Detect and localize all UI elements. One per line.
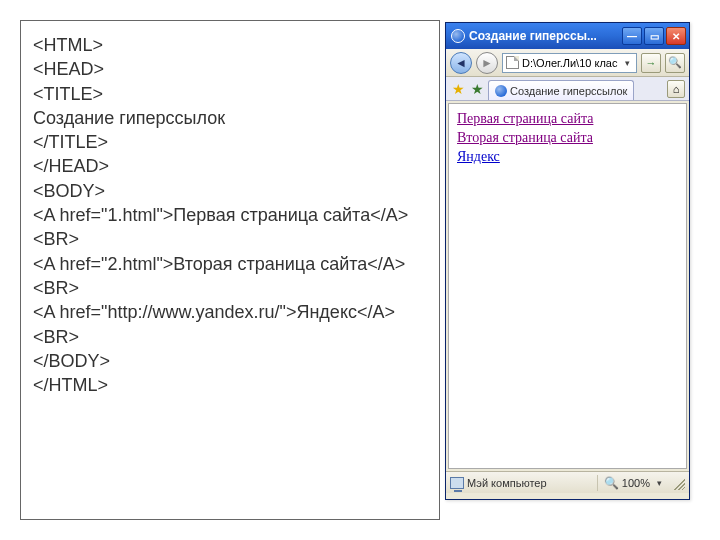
code-line: Создание гиперссылок — [33, 106, 427, 130]
slide-root: <HTML> <HEAD> <TITLE> Создание гиперссыл… — [0, 0, 720, 540]
search-button[interactable]: 🔍 — [665, 53, 685, 73]
window-title: Создание гиперссы... — [469, 29, 622, 43]
favorites-star-icon[interactable]: ★ — [450, 81, 466, 97]
window-titlebar[interactable]: Создание гиперссы... — ▭ ✕ — [446, 23, 689, 49]
home-button[interactable]: ⌂ — [667, 80, 685, 98]
add-favorite-icon[interactable]: ★ — [469, 81, 485, 97]
tab-bar: ★ ★ Создание гиперссылок ⌂ — [446, 77, 689, 101]
code-line: <TITLE> — [33, 82, 427, 106]
nav-forward-button[interactable]: ► — [476, 52, 498, 74]
nav-toolbar: ◄ ► D:\Олег.Ли\10 класс\ ▾ → 🔍 — [446, 49, 689, 77]
resize-grip[interactable] — [671, 476, 685, 490]
browser-window: Создание гиперссы... — ▭ ✕ ◄ ► D:\Олег.Л… — [445, 22, 690, 500]
zoom-icon: 🔍 — [604, 476, 619, 490]
code-line: <A href="http://www.yandex.ru/">Яндекс</… — [33, 300, 427, 349]
address-text: D:\Олег.Ли\10 класс\ — [522, 57, 618, 69]
code-line: <HTML> — [33, 33, 427, 57]
address-dropdown-icon[interactable]: ▾ — [621, 58, 633, 68]
my-computer-icon — [450, 477, 464, 489]
code-line: <HEAD> — [33, 57, 427, 81]
code-panel: <HTML> <HEAD> <TITLE> Создание гиперссыл… — [20, 20, 440, 520]
status-zone-text: Мэй компьютер — [467, 477, 547, 489]
nav-back-button[interactable]: ◄ — [450, 52, 472, 74]
page-content: Первая страница сайта Вторая страница са… — [448, 103, 687, 469]
zoom-value: 100% — [622, 477, 650, 489]
tab-ie-icon — [495, 85, 507, 97]
tab-label: Создание гиперссылок — [510, 85, 627, 97]
code-line: <BODY> — [33, 179, 427, 203]
close-button[interactable]: ✕ — [666, 27, 686, 45]
code-line: </BODY> — [33, 349, 427, 373]
page-link-2[interactable]: Вторая страница сайта — [457, 130, 593, 145]
code-line: </HTML> — [33, 373, 427, 397]
code-line: </TITLE> — [33, 130, 427, 154]
browser-tab[interactable]: Создание гиперссылок — [488, 80, 634, 100]
ie-app-icon — [451, 29, 465, 43]
code-line: </HEAD> — [33, 154, 427, 178]
code-line: <A href="2.html">Вторая страница сайта</… — [33, 252, 427, 301]
code-line: <A href="1.html">Первая страница сайта</… — [33, 203, 427, 252]
go-button[interactable]: → — [641, 53, 661, 73]
minimize-button[interactable]: — — [622, 27, 642, 45]
status-pane-left: Мэй компьютер — [450, 475, 591, 491]
status-bar: Мэй компьютер 🔍 100% ▾ — [446, 471, 689, 493]
address-bar[interactable]: D:\Олег.Ли\10 класс\ ▾ — [502, 53, 637, 73]
page-link-1[interactable]: Первая страница сайта — [457, 111, 593, 126]
status-pane-zoom[interactable]: 🔍 100% ▾ — [597, 475, 665, 491]
page-link-3[interactable]: Яндекс — [457, 149, 500, 164]
zoom-dropdown-icon[interactable]: ▾ — [653, 478, 665, 488]
maximize-button[interactable]: ▭ — [644, 27, 664, 45]
window-controls: — ▭ ✕ — [622, 27, 686, 45]
page-icon — [506, 56, 519, 69]
